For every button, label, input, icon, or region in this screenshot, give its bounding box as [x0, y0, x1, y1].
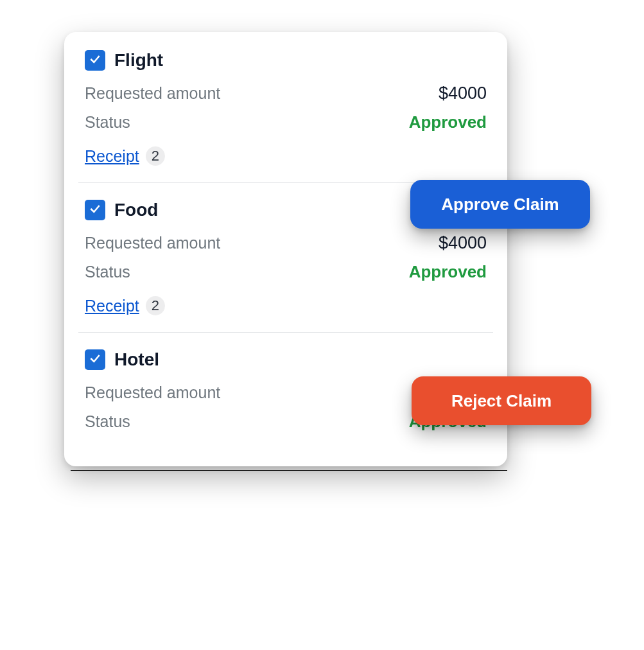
status-label: Status	[85, 263, 130, 281]
check-icon	[89, 53, 101, 68]
expense-item-header: Flight	[85, 50, 487, 71]
status-value: Approved	[409, 112, 487, 132]
divider	[78, 332, 493, 333]
requested-amount-label: Requested amount	[85, 84, 220, 103]
expense-item-title: Flight	[114, 50, 163, 71]
footer-line	[71, 470, 507, 471]
expense-item-header: Hotel	[85, 349, 487, 370]
requested-amount-label: Requested amount	[85, 383, 220, 402]
receipt-count-badge: 2	[146, 146, 165, 166]
status-row: Status Approved	[85, 262, 487, 282]
amount-row: Requested amount $4000	[85, 83, 487, 103]
receipt-link[interactable]: Receipt	[85, 297, 139, 315]
approve-claim-button[interactable]: Approve Claim	[410, 180, 590, 229]
receipt-link[interactable]: Receipt	[85, 147, 139, 166]
item-checkbox[interactable]	[85, 349, 105, 370]
expense-item-title: Hotel	[114, 349, 159, 370]
expense-item: Flight Requested amount $4000 Status App…	[64, 50, 507, 166]
item-checkbox[interactable]	[85, 50, 105, 71]
receipt-row: Receipt 2	[85, 146, 487, 166]
reject-claim-button[interactable]: Reject Claim	[412, 376, 591, 425]
expense-item-title: Food	[114, 200, 158, 220]
amount-row: Requested amount $4000	[85, 233, 487, 253]
status-label: Status	[85, 412, 130, 431]
receipt-count-badge: 2	[146, 296, 165, 315]
requested-amount-value: $4000	[439, 233, 487, 253]
requested-amount-value: $4000	[439, 83, 487, 103]
status-row: Status Approved	[85, 112, 487, 132]
check-icon	[89, 202, 101, 218]
receipt-row: Receipt 2	[85, 296, 487, 315]
status-label: Status	[85, 113, 130, 132]
check-icon	[89, 352, 101, 367]
status-value: Approved	[409, 262, 487, 282]
item-checkbox[interactable]	[85, 200, 105, 220]
requested-amount-label: Requested amount	[85, 234, 220, 252]
